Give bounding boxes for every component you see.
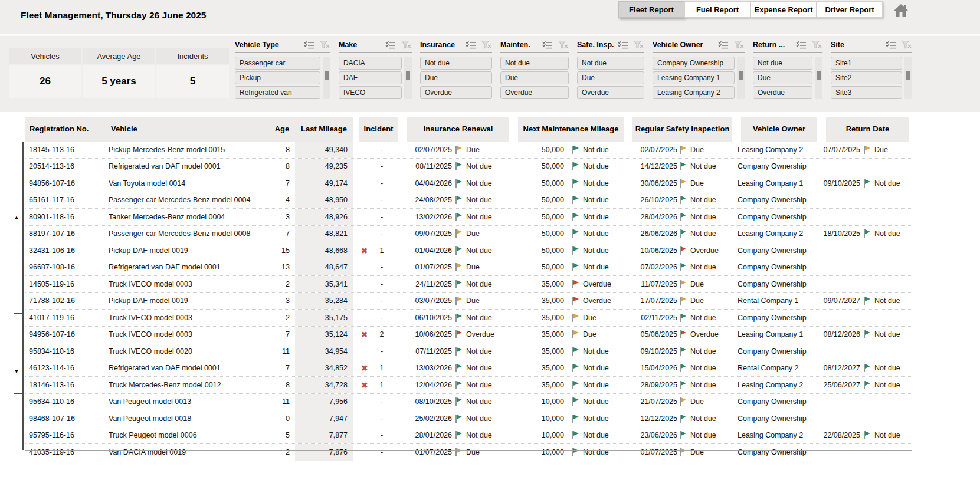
- status-flag-icon: [572, 280, 579, 288]
- slicer-item-overdue[interactable]: Overdue: [753, 86, 812, 99]
- cell-next-maintenance: 50,000Not due: [512, 142, 627, 158]
- slicer-item-daf[interactable]: DAF: [339, 71, 402, 84]
- slicer-scrollbar[interactable]: [323, 57, 330, 99]
- table-row[interactable]: 18146-113-16Truck Mercedes-Benz model 00…: [25, 377, 912, 394]
- table-row[interactable]: 94956-107-16Truck IVECO model 0003735,12…: [25, 327, 912, 344]
- status-label: Not due: [583, 347, 609, 356]
- slicer-item-site1[interactable]: Site1: [831, 57, 902, 70]
- table-row[interactable]: 14505-119-16Truck IVECO model 0003235,34…: [25, 276, 912, 293]
- slicer-scrollbar-thumb[interactable]: [739, 71, 743, 80]
- multi-select-icon[interactable]: [542, 41, 553, 49]
- cell-value: 24/08/2025: [401, 196, 452, 204]
- table-row[interactable]: 96687-108-16Refrigerated van DAF model 0…: [25, 259, 912, 277]
- summary-card-vehicles: Vehicles26: [9, 48, 81, 98]
- status-label: Not due: [466, 213, 492, 221]
- clear-filter-icon[interactable]: [734, 41, 745, 49]
- slicer-item-overdue[interactable]: Overdue: [420, 86, 492, 99]
- slicer-scrollbar-thumb[interactable]: [406, 71, 410, 80]
- cell-value: 05/06/2025: [627, 330, 677, 338]
- table-row[interactable]: 95634-110-16Van Peugeot model 0013117,95…: [25, 394, 912, 411]
- cell-registration: 96687-108-16: [25, 259, 106, 276]
- status-label: Due: [466, 146, 480, 154]
- nav-button-fuel-report[interactable]: Fuel Report: [684, 1, 750, 18]
- slicer-item-list: Not dueDueOverdue: [420, 57, 492, 99]
- clear-filter-icon[interactable]: [481, 41, 492, 49]
- status-flag-icon: [680, 162, 687, 170]
- slicer-item-due[interactable]: Due: [577, 71, 644, 84]
- slicer-scrollbar[interactable]: [904, 57, 912, 99]
- multi-select-icon[interactable]: [385, 41, 396, 49]
- table-row[interactable]: 65161-117-16Passenger car Mercedes-Benz …: [25, 192, 912, 209]
- scroll-down-arrow[interactable]: ▼: [12, 367, 21, 375]
- slicer-scrollbar[interactable]: [404, 57, 412, 99]
- multi-select-icon[interactable]: [304, 41, 314, 49]
- cell-value: 50,000: [512, 263, 564, 271]
- cell-safety-inspection: 05/06/2025Overdue: [627, 327, 735, 343]
- scroll-up-arrow[interactable]: ▲: [12, 213, 21, 221]
- slicer-item-overdue[interactable]: Overdue: [577, 86, 644, 99]
- status-flag-icon: [455, 146, 463, 154]
- multi-select-icon[interactable]: [618, 41, 628, 49]
- table-scrollbar-track[interactable]: [22, 142, 24, 450]
- clear-filter-icon[interactable]: [320, 41, 330, 49]
- multi-select-icon[interactable]: [796, 41, 807, 49]
- cell-value: 10/06/2025: [401, 330, 452, 338]
- clear-filter-icon[interactable]: [902, 41, 912, 49]
- status-flag-icon: [680, 246, 687, 255]
- cell-incident: -: [353, 394, 401, 410]
- slicer-item-not-due[interactable]: Not due: [500, 57, 569, 70]
- cell-last-mileage: 35,341: [295, 276, 353, 292]
- slicer-scrollbar-thumb[interactable]: [906, 71, 910, 80]
- table-row[interactable]: 95795-116-16Truck Peugeot model 000657,8…: [25, 427, 912, 445]
- slicer-item-overdue[interactable]: Overdue: [500, 86, 569, 99]
- slicer-item-not-due[interactable]: Not due: [420, 57, 492, 70]
- clear-filter-icon[interactable]: [634, 41, 644, 49]
- slicer-item-leasing-company-2[interactable]: Leasing Company 2: [653, 86, 735, 99]
- slicer-item-refrigerated-van[interactable]: Refrigerated van: [235, 86, 320, 99]
- home-button[interactable]: [892, 2, 910, 19]
- slicer-item-iveco[interactable]: IVECO: [339, 86, 402, 99]
- table-row[interactable]: 80901-118-16Tanker Mercedes-Benz model 0…: [25, 209, 912, 226]
- nav-button-expense-report[interactable]: Expense Report: [750, 1, 817, 18]
- slicer-scrollbar-thumb[interactable]: [325, 71, 329, 80]
- clear-filter-icon[interactable]: [401, 41, 412, 49]
- nav-button-driver-report[interactable]: Driver Report: [817, 1, 883, 18]
- multi-select-icon[interactable]: [466, 41, 476, 49]
- clear-filter-icon[interactable]: [812, 41, 822, 49]
- slicer-item-site2[interactable]: Site2: [831, 71, 902, 84]
- slicer-item-not-due[interactable]: Not due: [577, 57, 644, 70]
- slicer-item-pickup[interactable]: Pickup: [235, 71, 320, 84]
- table-row[interactable]: 94856-107-16Van Toyota model 0014749,174…: [25, 175, 912, 192]
- multi-select-icon[interactable]: [886, 41, 896, 49]
- clear-filter-icon[interactable]: [558, 41, 569, 49]
- table-row[interactable]: 95834-110-16Truck IVECO model 00201134,9…: [25, 343, 912, 360]
- slicer-item-passenger-car[interactable]: Passenger car: [235, 57, 320, 70]
- slicer-item-not-due[interactable]: Not due: [753, 57, 812, 70]
- table-row[interactable]: 41035-119-16Van DACIA model 001927,876-0…: [25, 444, 912, 461]
- slicer-scrollbar-thumb[interactable]: [817, 71, 821, 80]
- slicer-title: Site: [831, 41, 886, 49]
- table-row[interactable]: 46123-114-16Refrigerated van DAF model 0…: [25, 360, 912, 377]
- cell-vehicle: Passenger car Mercedes-Benz model 0004: [106, 192, 269, 209]
- slicer-item-company-ownership[interactable]: Company Ownership: [653, 57, 735, 70]
- table-row[interactable]: 88197-107-16Passenger car Mercedes-Benz …: [25, 226, 912, 243]
- slicer-item-dacia[interactable]: DACIA: [339, 57, 402, 70]
- slicer-item-leasing-company-1[interactable]: Leasing Company 1: [653, 71, 735, 84]
- slicer-scrollbar[interactable]: [737, 57, 745, 99]
- multi-select-icon[interactable]: [718, 41, 729, 49]
- slicer-item-site3[interactable]: Site3: [831, 86, 902, 99]
- table-row[interactable]: 18145-113-16Pickup Mercedes-Benz model 0…: [25, 142, 912, 159]
- column-header-regular-safety-inspection: Regular Safety Inspection: [627, 117, 735, 142]
- slicer-item-due[interactable]: Due: [420, 71, 492, 84]
- table-row[interactable]: 98468-107-16Van Peugeot model 001807,947…: [25, 410, 912, 427]
- nav-button-fleet-report[interactable]: Fleet Report: [618, 1, 684, 18]
- table-row[interactable]: 20514-113-16Refrigerated van DAF model 0…: [25, 159, 912, 176]
- cell-insurance-renewal: 04/04/2026Not due: [401, 175, 512, 192]
- slicer-scrollbar[interactable]: [815, 57, 822, 99]
- table-row[interactable]: 41017-119-16Truck IVECO model 0003235,17…: [25, 310, 912, 327]
- status-flag-icon: [680, 381, 687, 389]
- slicer-item-due[interactable]: Due: [500, 71, 569, 84]
- slicer-item-due[interactable]: Due: [753, 71, 812, 84]
- table-row[interactable]: 71788-102-16Pickup DAF model 0019335,284…: [25, 293, 912, 310]
- table-row[interactable]: 32431-106-16Pickup DAF model 00191548,66…: [25, 242, 912, 259]
